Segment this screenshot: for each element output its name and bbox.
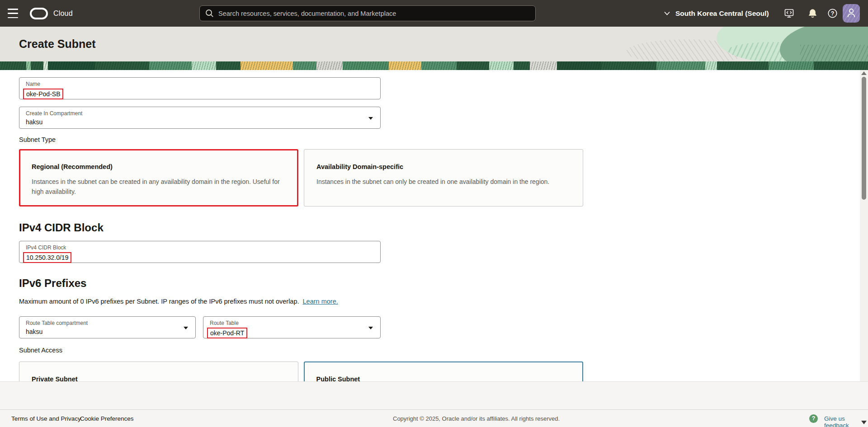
ipv4-section-heading: IPv4 CIDR Block xyxy=(19,221,104,234)
name-value-annotation: oke-Pod-SB xyxy=(23,89,63,99)
region-label: South Korea Central (Seoul) xyxy=(675,9,769,18)
ipv6-description-text: Maximum amount of 0 IPv6 prefixes per Su… xyxy=(19,298,299,305)
ipv6-section-heading: IPv6 Prefixes xyxy=(19,277,86,290)
footer: Terms of Use and Privacy Cookie Preferen… xyxy=(0,409,868,427)
search-icon xyxy=(205,9,214,18)
compartment-select-value: haksu xyxy=(26,118,42,126)
feedback-question-icon[interactable]: ? xyxy=(809,414,818,423)
brand-label: Cloud xyxy=(53,9,73,18)
action-bar: Cancel Create Subnet xyxy=(0,382,868,409)
subnet-type-label: Subnet Type xyxy=(19,136,56,143)
dropdown-caret-icon xyxy=(368,327,373,329)
region-selector[interactable]: South Korea Central (Seoul) xyxy=(664,0,769,27)
home-link[interactable]: Cloud xyxy=(30,0,73,27)
route-table-compartment-value: haksu xyxy=(26,328,42,335)
cloud-shell-icon[interactable] xyxy=(784,8,794,19)
copyright-text: Copyright © 2025, Oracle and/or its affi… xyxy=(393,415,560,422)
notifications-bell-icon[interactable] xyxy=(807,8,818,19)
help-icon[interactable]: ? xyxy=(827,8,838,19)
learn-more-link[interactable]: Learn more. xyxy=(303,298,338,305)
scrollbar-thumb[interactable] xyxy=(862,77,866,200)
name-field-label: Name xyxy=(26,81,374,87)
ipv4-cidr-field[interactable]: IPv4 CIDR Block 10.250.32.0/19 xyxy=(19,241,381,263)
svg-text:?: ? xyxy=(831,10,835,17)
subnet-type-card-regional[interactable]: Regional (Recommended) Instances in the … xyxy=(19,149,298,206)
terms-link[interactable]: Terms of Use and Privacy xyxy=(11,415,81,422)
subnet-access-label: Subnet Access xyxy=(19,347,62,354)
route-table-value-annotation: oke-Pod-RT xyxy=(207,328,247,338)
avatar[interactable] xyxy=(843,4,860,23)
route-table-compartment-select[interactable]: Route Table compartment haksu xyxy=(19,316,196,338)
ipv4-cidr-field-value: 10.250.32.0/19 xyxy=(26,254,68,261)
subnet-type-card-ad-specific[interactable]: Availability Domain-specific Instances i… xyxy=(304,149,583,206)
cookie-preferences-link[interactable]: Cookie Preferences xyxy=(80,415,134,422)
scrollbar-up-arrow[interactable] xyxy=(861,71,867,75)
card-title: Regional (Recommended) xyxy=(32,163,286,170)
hamburger-menu-icon[interactable] xyxy=(8,9,18,18)
user-icon xyxy=(846,8,856,19)
search-input[interactable] xyxy=(218,10,530,17)
card-title: Availability Domain-specific xyxy=(316,163,571,170)
route-table-compartment-label: Route Table compartment xyxy=(26,320,189,326)
ipv6-description: Maximum amount of 0 IPv6 prefixes per Su… xyxy=(19,298,338,305)
card-description: Instances in the subnet can only be crea… xyxy=(316,177,571,187)
compartment-select[interactable]: Create In Compartment haksu xyxy=(19,107,381,129)
oracle-logo-icon xyxy=(30,8,48,19)
scrollbar-track[interactable] xyxy=(860,70,868,392)
decorative-banner xyxy=(0,61,868,70)
ipv4-cidr-field-label: IPv4 CIDR Block xyxy=(26,244,374,251)
ipv4-value-annotation: 10.250.32.0/19 xyxy=(23,252,71,263)
route-table-select[interactable]: Route Table oke-Pod-RT xyxy=(203,316,381,338)
page-title: Create Subnet xyxy=(19,38,95,51)
card-description: Instances in the subnet can be created i… xyxy=(32,177,286,197)
dropdown-caret-icon xyxy=(184,327,188,329)
header-decoration-sage-stripes xyxy=(800,45,868,61)
dropdown-caret-icon xyxy=(368,117,373,120)
compartment-select-label: Create In Compartment xyxy=(26,110,374,117)
footer-scroll-down-icon[interactable] xyxy=(861,421,867,424)
global-search[interactable] xyxy=(199,5,536,21)
name-field-value: oke-Pod-SB xyxy=(26,90,60,98)
topbar: Cloud South Korea Central (Seoul) ? xyxy=(0,0,868,27)
page-header: Create Subnet xyxy=(0,27,868,61)
chevron-down-icon xyxy=(664,11,670,16)
route-table-label: Route Table xyxy=(210,320,374,326)
name-field[interactable]: Name oke-Pod-SB xyxy=(19,77,381,99)
route-table-value: oke-Pod-RT xyxy=(210,329,244,337)
